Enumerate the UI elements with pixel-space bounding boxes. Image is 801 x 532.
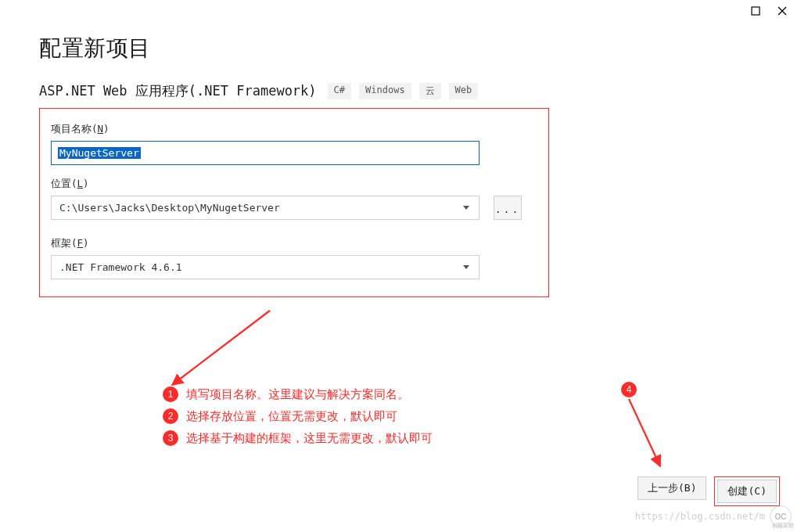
page-title: 配置新项目 [39, 34, 762, 63]
tag-csharp: C# [328, 83, 351, 99]
annotation-bubble-2: 2 [163, 408, 178, 424]
tag-web: Web [449, 83, 479, 99]
svg-rect-0 [752, 7, 760, 15]
watermark-logo-icon: OC 创新互联 [770, 505, 792, 527]
form-annotation-box: 项目名称(N) MyNugetServer 位置(L) C:\Users\Jac… [39, 108, 549, 297]
svg-line-4 [629, 399, 660, 466]
create-button[interactable]: 创建(C) [717, 480, 776, 503]
close-icon[interactable] [778, 6, 787, 16]
framework-label: 框架(F) [51, 237, 537, 250]
project-type-tags: C# Windows 云 Web [328, 83, 479, 99]
annotation-bubble-1: 1 [163, 386, 178, 402]
annotation-list: 1 填写项目名称。这里建议与解决方案同名。 2 选择存放位置，位置无需更改，默认… [163, 380, 433, 452]
tag-windows: Windows [359, 83, 411, 99]
annotation-item: 3 选择基于构建的框架，这里无需更改，默认即可 [163, 430, 433, 446]
chevron-down-icon [463, 265, 469, 269]
location-label: 位置(L) [51, 178, 537, 191]
create-button-highlight: 创建(C) [714, 476, 779, 506]
location-combo[interactable]: C:\Users\Jacks\Desktop\MyNugetServer [51, 196, 480, 220]
tag-cloud: 云 [419, 83, 441, 99]
framework-combo[interactable]: .NET Framework 4.6.1 [51, 255, 480, 279]
annotation-bubble-4: 4 [621, 382, 637, 397]
project-name-label: 项目名称(N) [51, 123, 537, 136]
annotation-bubble-3: 3 [163, 430, 178, 446]
chevron-down-icon [463, 206, 469, 210]
watermark: https://blog.csdn.net/m OC 创新互联 [635, 505, 792, 527]
annotation-item: 1 填写项目名称。这里建议与解决方案同名。 [163, 386, 433, 402]
project-type-label: ASP.NET Web 应用程序(.NET Framework) [39, 82, 317, 100]
project-name-input[interactable]: MyNugetServer [51, 141, 480, 165]
maximize-icon[interactable] [751, 6, 760, 16]
annotation-item: 2 选择存放位置，位置无需更改，默认即可 [163, 408, 433, 424]
browse-button[interactable]: ... [494, 196, 522, 220]
back-button[interactable]: 上一步(B) [638, 476, 706, 500]
svg-line-3 [172, 311, 270, 385]
